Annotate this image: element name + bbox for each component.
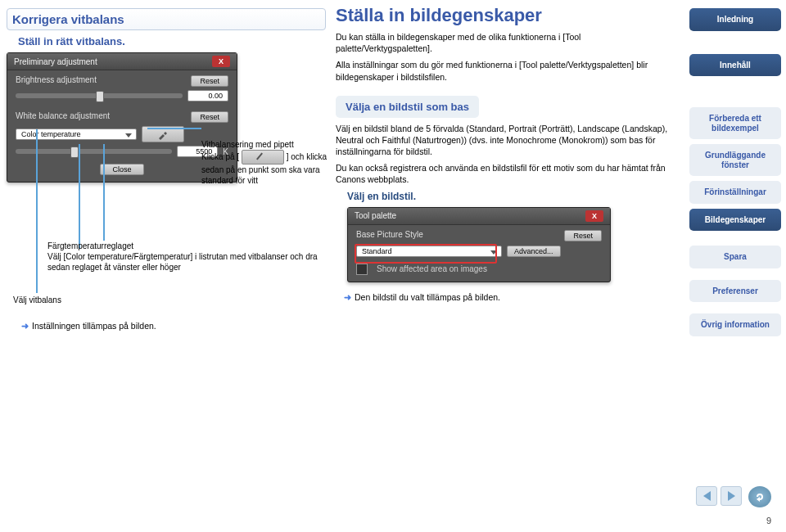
heading-korrigera: Korrigera vitbalans [7, 8, 326, 30]
nav-forbereda[interactable]: Förbereda ett bildexempel [689, 107, 781, 139]
base-picture-label: Base Picture Style [356, 230, 423, 239]
intro-para-1: Du kan ställa in bildegenskaper med de o… [336, 31, 680, 54]
para-4: Du kan också registrera och använda en b… [336, 162, 680, 185]
annotation-slider: Färgtemperaturreglaget Välj [Color tempe… [47, 241, 326, 273]
base-picture-section: Base Picture Style Reset Standard Advanc… [348, 225, 610, 282]
annotation-line [103, 144, 105, 241]
annotation-slider-title: Färgtemperaturreglaget [47, 241, 326, 251]
left-column: Korrigera vitbalans Ställ in rätt vitbal… [7, 8, 326, 183]
triangle-left-icon [703, 491, 711, 501]
nav-innehall[interactable]: Innehåll [689, 54, 781, 77]
para-3: Välj en bildstil bland de 5 förvalda (St… [336, 123, 680, 158]
close-icon[interactable]: X [585, 210, 603, 222]
close-icon[interactable]: X [212, 56, 230, 67]
return-icon [753, 490, 766, 503]
brightness-label: Brightness adjustment [16, 75, 97, 84]
annotation-slider-desc: Välj [Color temperature/Färgtemperatur] … [47, 251, 326, 273]
pipette-mini-icon [242, 150, 284, 165]
pipette-icon [157, 128, 169, 140]
page-nav-icons [696, 486, 771, 507]
nav-spara[interactable]: Spara [689, 246, 781, 268]
annotation-pipette: Vitbalansering med pipett Klicka på [ ] … [201, 139, 329, 186]
brightness-value[interactable]: 0.00 [187, 90, 228, 101]
wb-dropdown[interactable]: Color temperature [16, 128, 137, 140]
annotation-line [79, 144, 80, 249]
annotation-line [36, 129, 38, 293]
next-page-button[interactable] [720, 486, 742, 506]
whitebalance-label: White balance adjustment [16, 111, 110, 120]
panel-tool-palette: Tool palette X Base Picture Style Reset … [347, 207, 611, 282]
nav-inledning[interactable]: Inledning [689, 8, 781, 31]
base-picture-dropdown[interactable]: Standard [356, 246, 502, 257]
tool-panel-title: Tool palette [355, 211, 396, 220]
arrow-icon: ➜ [344, 292, 351, 302]
annotation-select-wb: Välj vitbalans [13, 295, 61, 305]
advanced-button[interactable]: Advanced... [507, 246, 561, 257]
sub-heading-valja: Välja en bildstil som bas [336, 96, 479, 118]
page-number: 9 [766, 516, 771, 525]
checkbox-label: Show affected area on images [377, 264, 487, 273]
triangle-right-icon [728, 491, 735, 501]
annotation-pipette-title: Vitbalansering med pipett [201, 139, 329, 150]
arrow-note-left: ➜Inställningen tillämpas på bilden. [21, 321, 156, 331]
panel-close-button[interactable]: Close [100, 164, 143, 175]
nav-bildegenskaper[interactable]: Bildegenskaper [689, 209, 781, 232]
tool-panel-titlebar: Tool palette X [348, 208, 610, 225]
return-button[interactable] [748, 486, 771, 507]
prev-page-button[interactable] [696, 486, 717, 506]
arrow-note-mid: ➜Den bildstil du valt tillämpas på bilde… [344, 292, 680, 302]
right-nav: Inledning Innehåll Förbereda ett bildexe… [689, 8, 781, 341]
nav-ovrig[interactable]: Övrig information [689, 313, 781, 336]
intro-para-2: Alla inställningar som du gör med funkti… [336, 59, 680, 82]
middle-column: Ställa in bildegenskaper Du kan ställa i… [336, 5, 680, 305]
statement-valj-bildstil: Välj en bildstil. [347, 191, 680, 202]
big-heading: Ställa in bildegenskaper [336, 5, 680, 26]
panel-title: Preliminary adjustment [14, 57, 97, 66]
nav-preferenser[interactable]: Preferenser [689, 280, 781, 303]
arrow-icon: ➜ [21, 321, 29, 331]
brightness-slider[interactable] [16, 93, 183, 98]
show-affected-checkbox[interactable] [356, 264, 368, 275]
panel-titlebar: Preliminary adjustment X [7, 53, 237, 70]
reset-button-brightness[interactable]: Reset [191, 75, 228, 87]
arrow-note-text: Inställningen tillämpas på bilden. [32, 321, 156, 331]
reset-button-base[interactable]: Reset [564, 230, 602, 241]
reset-button-wb[interactable]: Reset [191, 111, 228, 123]
colortemp-slider[interactable] [16, 149, 172, 154]
nav-grundlaggande[interactable]: Grundläggande fönster [689, 144, 781, 176]
brightness-section: Brightness adjustment Reset 0.00 [7, 70, 237, 103]
sub-statement: Ställ in rätt vitbalans. [18, 35, 326, 47]
nav-forinstallningar[interactable]: Förinställningar [689, 181, 781, 204]
annotation-line [147, 128, 201, 129]
arrow-note-text: Den bildstil du valt tillämpas på bilden… [355, 292, 500, 302]
annot-text: Klicka på [ [201, 152, 239, 161]
